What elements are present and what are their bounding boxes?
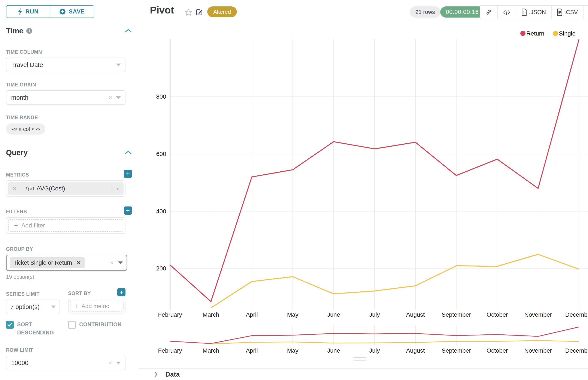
time-grain-label: TIME GRAIN [6,82,132,88]
svg-text:February: February [158,347,182,354]
svg-text:April: April [246,347,258,354]
series-limit-label: SERIES LIMIT [6,291,68,297]
check-icon [7,323,12,327]
chart-panel: Pivot Altered 21 rows 00:00:00.16 .JSON … [138,0,588,380]
time-section-title: Time [6,27,23,35]
add-filter-dropzone[interactable]: + Add filter [8,219,123,232]
resize-drag-handle[interactable] [353,357,366,362]
save-button-label: SAVE [69,8,85,15]
divider [6,161,132,161]
svg-text:March: March [203,311,219,318]
add-sort-metric-dropzone[interactable]: + Add metric [70,301,123,312]
svg-text:April: April [246,311,258,318]
add-metric-button[interactable]: + [124,170,132,178]
metric-pill[interactable]: × ƒ(x) AVG(Cost) › [8,182,123,195]
filters-container: + Add filter [6,217,125,234]
divider [6,39,132,39]
svg-text:July: July [369,347,380,354]
caret-down-icon [116,361,121,364]
groupby-tag-label: Ticket Single or Return [14,260,72,266]
sort-descending-checkbox[interactable] [6,321,14,329]
function-icon: ƒ(x) [25,185,34,192]
run-button-label: RUN [25,8,39,15]
svg-text:Return: Return [526,30,544,37]
groupby-label: GROUP BY [6,246,132,252]
chevron-right-icon [154,371,158,378]
contribution-checkbox[interactable] [68,321,76,329]
svg-text:May: May [287,347,299,354]
metrics-container: × ƒ(x) AVG(Cost) › [6,180,125,197]
add-sort-metric-button[interactable]: + [117,288,125,296]
remove-metric-icon[interactable]: × [8,185,21,192]
svg-text:July: July [369,311,380,318]
sort-by-label: SORT BY [68,291,91,296]
groupby-options-hint: 19 option(s) [6,274,132,280]
expand-metric-icon[interactable]: › [112,185,123,192]
svg-text:October: October [487,311,508,318]
time-range-label: TIME RANGE [6,115,132,120]
time-column-select[interactable]: Travel Date [6,57,125,72]
row-limit-label: ROW LIMIT [6,347,132,353]
plus-icon: + [14,222,18,229]
run-button[interactable]: RUN [6,6,50,18]
svg-text:May: May [287,311,299,318]
row-limit-select[interactable]: 10000 × [6,356,125,370]
lightning-icon [18,8,22,15]
series-limit-value: 7 option(s) [10,304,40,310]
plus-circle-icon [59,8,66,15]
caret-down-icon [116,64,121,66]
time-range-pill[interactable]: -∞ ≤ col < ∞ [6,123,45,134]
groupby-tag: Ticket Single or Return ✕ [10,257,85,268]
time-section-header: Time i [6,27,132,35]
time-grain-value: month [11,94,28,101]
series-limit-select[interactable]: 7 option(s) [6,300,60,314]
sort-by-container: + Add metric [68,299,125,313]
svg-text:June: June [327,347,340,354]
row-limit-value: 10000 [11,360,28,366]
chevron-up-icon[interactable] [125,28,132,33]
clear-icon[interactable]: × [110,260,114,266]
data-panel-toggle[interactable]: Data [138,368,588,380]
remove-tag-icon[interactable]: ✕ [77,260,81,266]
plus-icon: + [74,303,78,310]
svg-text:200: 200 [156,265,166,272]
sort-descending-label: SORT DESCENDING [17,321,64,337]
info-icon[interactable]: i [26,28,32,34]
metric-value: AVG(Cost) [37,185,65,192]
svg-text:400: 400 [156,208,166,215]
query-section-title: Query [6,148,28,157]
save-button[interactable]: SAVE [50,6,94,18]
svg-text:800: 800 [156,93,166,100]
run-save-button-group: RUN SAVE [6,5,94,18]
clear-icon[interactable]: × [108,94,112,101]
svg-text:September: September [442,311,471,318]
metrics-label: METRICS [6,172,29,178]
time-grain-select[interactable]: month × [6,90,125,105]
svg-text:June: June [327,311,340,318]
add-filter-placeholder: Add filter [21,222,45,229]
control-panel-sidebar: RUN SAVE Time i TIME COLUMN Travel Date … [0,0,138,380]
time-column-value: Travel Date [11,61,43,68]
svg-text:December: December [565,347,588,354]
svg-text:November: November [524,347,552,354]
svg-text:February: February [158,311,182,318]
chevron-up-icon[interactable] [125,150,132,155]
svg-text:600: 600 [156,151,166,157]
caret-down-icon [51,305,56,308]
time-column-label: TIME COLUMN [6,49,132,55]
svg-text:September: September [442,347,471,354]
line-chart[interactable]: 200400600800FebruaryFebruaryMarchMarchAp… [138,0,588,380]
caret-down-icon [116,96,121,99]
filters-label: FILTERS [6,209,27,215]
svg-text:November: November [524,311,552,318]
query-section-header: Query [6,148,132,157]
svg-text:Single: Single [559,30,576,37]
clear-icon[interactable]: × [108,360,112,366]
add-filter-button[interactable]: + [124,207,132,215]
contribution-label: CONTRIBUTION [79,321,122,329]
svg-text:August: August [406,311,425,318]
svg-text:August: August [406,347,425,354]
svg-text:March: March [203,347,219,354]
svg-text:December: December [565,311,588,318]
groupby-select[interactable]: Ticket Single or Return ✕ × [6,255,127,271]
